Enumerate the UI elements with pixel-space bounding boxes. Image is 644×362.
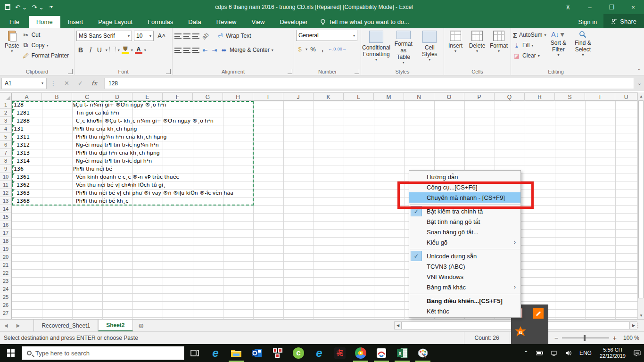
paint-icon[interactable] xyxy=(413,344,433,362)
increase-decimal-icon[interactable]: ←.0 xyxy=(328,45,336,53)
merge-center-button[interactable]: Merge & Center xyxy=(230,47,270,53)
menu-item-9[interactable]: ✓Unicode dựng sẵn xyxy=(409,251,520,261)
increase-indent-icon[interactable]: ⇥ xyxy=(211,46,218,54)
zoom-out-icon[interactable]: − xyxy=(554,334,558,342)
row-header-2[interactable]: 2 xyxy=(0,109,11,117)
vertical-scrollbar[interactable]: ▲ ▼ xyxy=(637,92,644,319)
customize-qat-icon[interactable]: ⸱▾ xyxy=(49,3,53,11)
language-indicator[interactable]: ENG xyxy=(576,344,595,362)
row-header-13[interactable]: 13 xyxy=(0,197,11,205)
decrease-decimal-icon[interactable]: .00→ xyxy=(338,45,345,53)
sheet-nav-left-icon[interactable]: ◀ xyxy=(0,320,12,331)
italic-button[interactable]: I xyxy=(87,46,93,54)
menu-item-4[interactable]: ✓Bật kiểm tra chính tả xyxy=(409,206,520,216)
task-view-icon[interactable] xyxy=(184,344,205,362)
menu-item-6[interactable]: Soạn bảng gõ tắt... xyxy=(409,227,520,237)
number-format-combo[interactable]: General▾ xyxy=(296,30,357,41)
orientation-icon[interactable]: ab xyxy=(200,31,211,41)
menu-item-5[interactable]: Bật tính năng gõ tắt xyxy=(409,216,520,227)
clear-button[interactable]: ◪Clear▾ xyxy=(513,50,546,61)
outlook-icon[interactable] xyxy=(247,344,267,362)
cell-A5[interactable]: 1311 xyxy=(17,133,30,141)
tab-file[interactable]: File xyxy=(0,16,29,28)
zoom-slider[interactable] xyxy=(562,337,609,338)
hscroll-right-icon[interactable]: ▶ xyxy=(630,321,637,329)
tab-home[interactable]: Home xyxy=(29,16,60,28)
column-header-I[interactable]: I xyxy=(253,93,283,101)
row-header-21[interactable]: 21 xyxy=(0,261,11,269)
tab-insert[interactable]: Insert xyxy=(60,16,91,28)
menu-item-0[interactable]: Hướng dẫn xyxy=(409,172,520,182)
cell-A8[interactable]: 1314 xyxy=(17,157,30,165)
menu-item-11[interactable]: VNI Windows xyxy=(409,272,520,282)
menu-item-2[interactable]: Chuyển mã nhanh - [CS+F9] xyxy=(409,192,520,203)
format-as-table-button[interactable]: Format as Table▾ xyxy=(391,30,416,66)
cell-C3[interactable]: C¸c kho¶n ®Çu t- kh¸c n¾m gi÷ ®Ơn ngµy ®… xyxy=(76,117,214,125)
cell-A12[interactable]: 1363 xyxy=(17,189,30,197)
grow-font-button[interactable]: A˄ xyxy=(156,32,168,40)
tab-formulas[interactable]: Formulas xyxy=(140,16,181,28)
cut-button[interactable]: ✂Cut xyxy=(22,30,69,40)
avast-logo-icon[interactable]: a xyxy=(515,326,526,337)
file-explorer-icon[interactable] xyxy=(226,344,247,362)
fill-color-icon[interactable]: ⛊ xyxy=(122,46,129,54)
cancel-entry-icon[interactable]: ✕ xyxy=(60,80,74,87)
row-header-24[interactable]: 24 xyxy=(0,285,11,293)
column-header-H[interactable]: H xyxy=(223,93,253,101)
row-header-11[interactable]: 11 xyxy=(0,181,11,189)
menu-item-10[interactable]: TCVN3 (ABC) xyxy=(409,261,520,272)
clock[interactable]: 5:56 CH 22/12/2019 xyxy=(596,347,629,359)
battery-icon[interactable] xyxy=(533,344,547,362)
clipboard-dialog-launcher[interactable] xyxy=(68,69,73,74)
align-left-icon[interactable] xyxy=(174,48,182,53)
sheet-tab-sheet2[interactable]: Sheet2 xyxy=(98,320,132,331)
row-header-10[interactable]: 10 xyxy=(0,173,11,181)
zoom-slider-thumb[interactable] xyxy=(584,335,586,341)
row-header-6[interactable]: 6 xyxy=(0,141,11,149)
alignment-dialog-launcher[interactable] xyxy=(288,69,292,74)
column-header-S[interactable]: S xyxy=(555,93,585,101)
zoom-level[interactable]: 100 % xyxy=(621,335,644,341)
sign-in-link[interactable]: Sign in xyxy=(572,16,604,28)
collapse-ribbon-icon[interactable]: ⌃ xyxy=(637,68,641,73)
zoom-in-icon[interactable]: + xyxy=(613,334,617,342)
garena-icon[interactable]: 㐂 xyxy=(330,344,350,362)
cell-A1[interactable]: 128 xyxy=(14,101,24,109)
confirm-entry-icon[interactable]: ✓ xyxy=(74,80,87,87)
start-button[interactable] xyxy=(0,344,22,362)
volume-icon[interactable] xyxy=(562,344,575,362)
row-header-18[interactable]: 18 xyxy=(0,237,11,245)
row-header-22[interactable]: 22 xyxy=(0,269,11,277)
cell-C1[interactable]: §Çu t- n¾m gi÷ ®Ơn ngµy ®¸o h¹n xyxy=(73,101,166,109)
hscroll-left-icon[interactable]: ◀ xyxy=(394,321,402,329)
column-header-C[interactable]: C xyxy=(72,93,102,101)
cell-styles-button[interactable]: Cell Styles▾ xyxy=(418,30,442,66)
save-icon[interactable] xyxy=(5,4,10,10)
align-top-icon[interactable] xyxy=(174,33,182,39)
wrap-text-button[interactable]: Wrap Text xyxy=(226,33,251,39)
menu-item-1[interactable]: Công cụ...[CS+F6] xyxy=(409,182,520,192)
conditional-formatting-button[interactable]: Conditional Formatting▾ xyxy=(363,30,389,66)
tab-view[interactable]: View xyxy=(244,16,272,28)
menu-item-7[interactable]: Kiểu gõ› xyxy=(409,237,520,247)
menu-item-12[interactable]: Bảng mã khác› xyxy=(409,282,520,292)
minimize-button[interactable]: – xyxy=(579,0,601,14)
font-name-combo[interactable]: MS Sans Serif▾ xyxy=(76,31,132,41)
row-header-3[interactable]: 3 xyxy=(0,117,11,125)
avast-rocket-icon[interactable] xyxy=(533,308,544,319)
find-select-button[interactable]: Find & Select▾ xyxy=(570,30,595,66)
cell-A9[interactable]: 136 xyxy=(14,165,24,173)
number-dialog-launcher[interactable] xyxy=(355,69,359,74)
row-header-17[interactable]: 17 xyxy=(0,229,11,237)
column-header-O[interactable]: O xyxy=(434,93,464,101)
cell-A2[interactable]: 1281 xyxy=(17,109,30,117)
cell-C8[interactable]: Ng-êi mua tr¶ tĩn tr-íc dµi h¹n xyxy=(76,157,152,165)
column-header-M[interactable]: M xyxy=(374,93,404,101)
cell-A7[interactable]: 1313 xyxy=(17,149,30,157)
row-header-16[interactable]: 16 xyxy=(0,221,11,229)
tab-developer[interactable]: Developer xyxy=(272,16,315,28)
borders-icon[interactable] xyxy=(109,47,116,53)
select-all-corner[interactable] xyxy=(0,93,12,101)
column-header-D[interactable]: D xyxy=(102,93,132,101)
comma-icon[interactable]: , xyxy=(319,45,326,53)
